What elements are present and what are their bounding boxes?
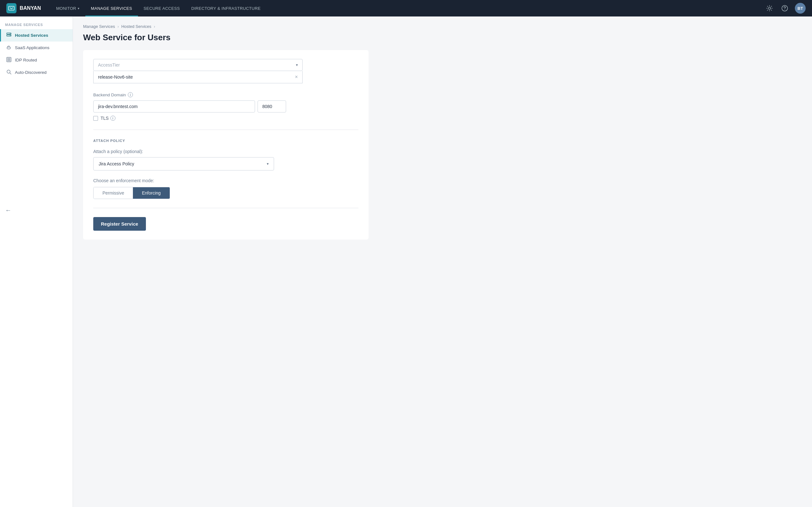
idp-routed-label: IDP Routed bbox=[15, 58, 37, 62]
policy-selected-value: Jira Access Policy bbox=[99, 161, 134, 166]
policy-label: Attach a policy (optional): bbox=[93, 149, 358, 154]
backend-domain-label: Backend Domain i bbox=[93, 92, 358, 97]
svg-point-6 bbox=[10, 33, 10, 34]
tls-info-icon[interactable]: i bbox=[110, 116, 115, 121]
register-service-button[interactable]: Register Service bbox=[93, 217, 146, 231]
form-section: AccessTier ▾ release-Nov6-site × Backend… bbox=[83, 50, 368, 239]
breadcrumb-hosted-services[interactable]: Hosted Services bbox=[121, 24, 151, 29]
breadcrumb-sep-2: › bbox=[154, 24, 155, 29]
hosted-services-label: Hosted Services bbox=[15, 33, 48, 38]
enforcement-permissive-button[interactable]: Permissive bbox=[94, 187, 133, 199]
policy-dropdown[interactable]: Jira Access Policy ▾ bbox=[93, 157, 274, 170]
backend-domain-info-icon[interactable]: i bbox=[128, 92, 133, 97]
page-title: Web Service for Users bbox=[83, 33, 802, 43]
sidebar-item-auto-discovered[interactable]: Auto-Discovered bbox=[0, 66, 72, 78]
section-divider-2 bbox=[93, 208, 358, 208]
access-tier-chevron-icon: ▾ bbox=[296, 63, 298, 67]
tls-checkbox[interactable] bbox=[93, 116, 98, 121]
tls-row: TLS i bbox=[93, 116, 358, 121]
logo-area[interactable]: BANYAN bbox=[6, 3, 41, 13]
monitor-arrow-icon: ▾ bbox=[78, 7, 79, 10]
svg-point-7 bbox=[10, 35, 10, 36]
svg-point-3 bbox=[784, 9, 785, 10]
access-tier-placeholder: AccessTier bbox=[98, 62, 120, 67]
saas-applications-label: SaaS Applications bbox=[15, 45, 49, 50]
access-tier-dropdown[interactable]: AccessTier ▾ bbox=[93, 59, 303, 71]
domain-input[interactable] bbox=[93, 101, 255, 112]
backend-domain-section: Backend Domain i TLS i bbox=[93, 92, 358, 121]
access-tier-container: AccessTier ▾ release-Nov6-site × bbox=[93, 59, 358, 83]
port-input[interactable] bbox=[258, 101, 286, 112]
sidebar-item-saas-applications[interactable]: SaaS Applications bbox=[0, 42, 72, 54]
svg-rect-9 bbox=[8, 58, 9, 59]
tls-label: TLS i bbox=[101, 116, 115, 121]
nav-manage-services[interactable]: MANAGE SERVICES bbox=[85, 0, 138, 16]
svg-point-13 bbox=[7, 70, 10, 73]
nav-items: MONITOR ▾ MANAGE SERVICES SECURE ACCESS … bbox=[50, 0, 764, 16]
breadcrumb-sep-1: › bbox=[117, 24, 119, 29]
auto-discovered-label: Auto-Discovered bbox=[15, 70, 47, 75]
backend-domain-row bbox=[93, 101, 358, 112]
top-navigation: BANYAN MONITOR ▾ MANAGE SERVICES SECURE … bbox=[0, 0, 812, 16]
svg-rect-12 bbox=[9, 60, 10, 61]
back-arrow-button[interactable]: ← bbox=[0, 205, 72, 215]
hosted-services-icon bbox=[6, 32, 12, 38]
enforcement-toggle: Permissive Enforcing bbox=[93, 187, 170, 199]
svg-point-1 bbox=[768, 7, 771, 9]
svg-rect-8 bbox=[7, 57, 11, 62]
sidebar-item-idp-routed[interactable]: IDP Routed bbox=[0, 54, 72, 66]
access-tier-selected-value: release-Nov6-site bbox=[98, 74, 133, 79]
sidebar-item-hosted-services[interactable]: Hosted Services bbox=[0, 29, 72, 42]
breadcrumb-manage-services[interactable]: Manage Services bbox=[83, 24, 115, 29]
nav-right-area: BT bbox=[764, 3, 806, 14]
nav-directory-infrastructure[interactable]: DIRECTORY & INFRASTRUCTURE bbox=[186, 0, 266, 16]
help-button[interactable] bbox=[780, 3, 790, 13]
auto-discovered-icon bbox=[6, 69, 12, 75]
breadcrumb: Manage Services › Hosted Services › bbox=[83, 24, 802, 29]
sidebar-section-label: MANAGE SERVICES bbox=[0, 23, 72, 29]
logo-icon bbox=[6, 3, 16, 13]
svg-rect-11 bbox=[8, 60, 9, 61]
attach-policy-heading: ATTACH POLICY bbox=[93, 139, 358, 143]
sidebar: MANAGE SERVICES Hosted Services SaaS App… bbox=[0, 16, 73, 507]
access-tier-clear-button[interactable]: × bbox=[295, 74, 298, 80]
main-content: Manage Services › Hosted Services › Web … bbox=[73, 16, 812, 507]
main-layout: MANAGE SERVICES Hosted Services SaaS App… bbox=[0, 16, 812, 507]
enforcement-label: Choose an enforcement mode: bbox=[93, 178, 358, 183]
idp-routed-icon bbox=[6, 57, 12, 63]
nav-monitor[interactable]: MONITOR ▾ bbox=[50, 0, 85, 16]
brand-name: BANYAN bbox=[20, 5, 41, 11]
settings-button[interactable] bbox=[764, 3, 774, 13]
user-avatar[interactable]: BT bbox=[795, 3, 806, 14]
enforcement-enforcing-button[interactable]: Enforcing bbox=[133, 187, 169, 199]
svg-rect-10 bbox=[9, 58, 10, 59]
access-tier-selected-option[interactable]: release-Nov6-site × bbox=[93, 71, 303, 83]
policy-chevron-icon: ▾ bbox=[267, 162, 269, 166]
attach-policy-section: ATTACH POLICY Attach a policy (optional)… bbox=[93, 139, 358, 199]
svg-rect-0 bbox=[9, 6, 14, 10]
nav-secure-access[interactable]: SECURE ACCESS bbox=[138, 0, 186, 16]
saas-applications-icon bbox=[6, 45, 12, 51]
